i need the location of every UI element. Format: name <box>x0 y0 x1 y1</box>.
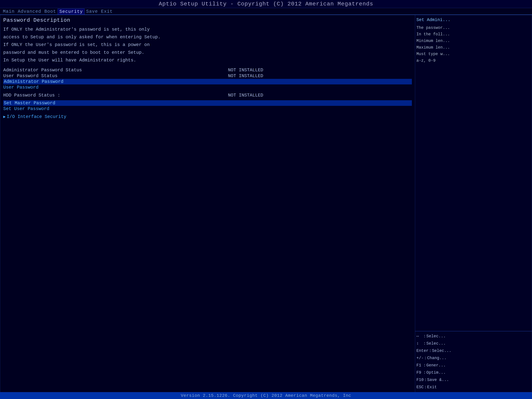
key-sep-7: : <box>424 384 427 391</box>
description-line1: If ONLY the Administrator's password is … <box>3 27 150 32</box>
key-sep-4: : <box>424 362 426 369</box>
admin-password-link[interactable]: Administrator Password <box>3 79 412 84</box>
key-row-0: ↔ : Selec... <box>416 333 531 340</box>
help-panel: Set Admini... The passwor... In the foll… <box>415 15 532 331</box>
tab-boot[interactable]: Boot <box>43 9 58 14</box>
key-sep-2: : <box>429 347 431 355</box>
key-sep-0: : <box>424 333 426 340</box>
hdd-password-status-label: HDD Password Status : <box>3 93 228 98</box>
help-line-5: Must type w... <box>416 51 531 57</box>
key-row-3: +/- : Chang... <box>416 355 531 362</box>
section-title: Password Description <box>3 17 412 23</box>
title-bar: Aptio Setup Utility - Copyright (C) 2012… <box>0 0 532 8</box>
key-row-5: F9 : Optim... <box>416 369 531 376</box>
key-name-7: ESC <box>416 384 424 391</box>
key-name-2: Enter <box>416 347 429 355</box>
key-desc-7: Exit <box>427 384 437 391</box>
set-master-password-link[interactable]: Set Master Password <box>3 100 412 106</box>
key-row-6: F10 : Save &... <box>416 376 531 384</box>
divider1 <box>3 90 412 92</box>
key-sep-3: : <box>424 355 427 362</box>
key-desc-5: Optim... <box>426 369 446 376</box>
key-sep-6: : <box>424 376 427 384</box>
key-name-1: ↕ <box>416 340 423 347</box>
tab-advanced[interactable]: Advanced <box>16 9 43 14</box>
user-password-link[interactable]: User Password <box>3 84 412 90</box>
key-name-6: F10 <box>416 376 424 384</box>
right-sidebar: Set Admini... The passwor... In the foll… <box>415 15 532 392</box>
content-area: Password Description If ONLY the Adminis… <box>0 15 415 392</box>
key-row-4: F1 : Gener... <box>416 362 531 369</box>
description-line2: access to Setup and is only asked for wh… <box>3 35 160 40</box>
key-desc-2: Selec... <box>432 347 451 355</box>
help-line-6: a-z, 0-9 <box>416 57 531 64</box>
description-text: If ONLY the Administrator's password is … <box>3 25 412 64</box>
help-line-3: Minimum len... <box>416 38 531 44</box>
key-name-3: +/- <box>416 355 424 362</box>
help-title: Set Admini... <box>416 17 531 24</box>
key-desc-6: Save &... <box>427 376 449 384</box>
tab-security[interactable]: Security <box>58 9 85 14</box>
help-line-2: In the foll... <box>416 31 531 38</box>
main-layout: Password Description If ONLY the Adminis… <box>0 15 532 392</box>
key-name-0: ↔ <box>416 333 423 340</box>
keys-panel: ↔ : Selec... ↕ : Selec... Enter : Selec.… <box>415 331 532 392</box>
user-password-status-row: User Password Status NOT INSTALLED <box>3 73 412 79</box>
hdd-password-status-row: HDD Password Status : NOT INSTALLED <box>3 92 412 98</box>
footer: Version 2.15.1226. Copyright (C) 2012 Am… <box>0 392 532 399</box>
key-name-4: F1 <box>416 362 423 369</box>
set-user-password-link[interactable]: Set User Password <box>3 106 412 112</box>
nav-tabs: Main Advanced Boot Security Save Exit <box>0 8 532 15</box>
key-desc-0: Selec... <box>426 333 446 340</box>
admin-password-status-label: Administrator Password Status <box>3 68 228 73</box>
tab-exit[interactable]: Exit <box>99 9 114 14</box>
title-text: Aptio Setup Utility - Copyright (C) 2012… <box>159 1 373 7</box>
divider2 <box>3 112 412 114</box>
key-desc-4: Gener... <box>426 362 446 369</box>
key-row-1: ↕ : Selec... <box>416 340 531 347</box>
key-row-7: ESC : Exit <box>416 384 531 391</box>
io-interface-security-link[interactable]: I/O Interface Security <box>3 114 412 120</box>
admin-password-status-row: Administrator Password Status NOT INSTAL… <box>3 67 412 73</box>
admin-password-status-value: NOT INSTALLED <box>228 68 263 73</box>
key-desc-1: Selec... <box>426 340 446 347</box>
description-line4: password and must be entered to boot to … <box>3 50 144 55</box>
footer-text: Version 2.15.1226. Copyright (C) 2012 Am… <box>181 393 351 398</box>
help-text: The passwor... In the foll... Minimum le… <box>416 25 531 64</box>
hdd-password-status-value: NOT INSTALLED <box>228 93 263 98</box>
key-row-2: Enter : Selec... <box>416 347 531 355</box>
description-line5: In Setup the User will have Administrato… <box>3 58 136 63</box>
tab-save[interactable]: Save <box>85 9 100 14</box>
description-line3: If ONLY the User's password is set, this… <box>3 42 150 47</box>
key-name-5: F9 <box>416 369 423 376</box>
user-password-status-value: NOT INSTALLED <box>228 73 263 78</box>
key-sep-5: : <box>424 369 426 376</box>
tab-main[interactable]: Main <box>1 9 16 14</box>
help-line-1: The passwor... <box>416 25 531 31</box>
help-line-4: Maximum len... <box>416 44 531 51</box>
key-sep-1: : <box>424 340 426 347</box>
user-password-status-label: User Password Status <box>3 73 228 78</box>
key-desc-3: Chang... <box>427 355 447 362</box>
